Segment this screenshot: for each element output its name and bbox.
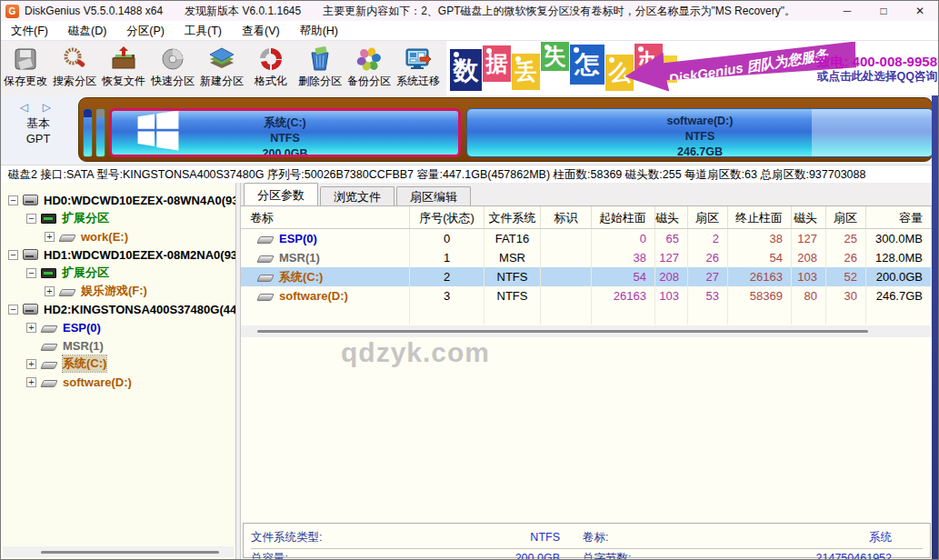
menu-item-磁盘D[interactable]: 磁盘(D) [58, 21, 116, 41]
end-head-cell: 80 [792, 286, 826, 305]
column-header-扇区[interactable]: 扇区 [688, 206, 728, 228]
menu-item-查看V[interactable]: 查看(V) [232, 21, 290, 41]
toolbar-button-保存更改[interactable]: 保存更改 [1, 41, 50, 95]
detail-row-文件系统类型: 文件系统类型:NTFS卷标:系统 [251, 529, 930, 546]
table-row-ESP(0)[interactable]: ESP(0)0FAT1606523812725300.0MB [241, 229, 932, 248]
expand-icon[interactable]: + [26, 359, 36, 369]
column-header-起始柱面[interactable]: 起始柱面 [592, 206, 655, 228]
toolbar-button-备份分区[interactable]: 备份分区 [345, 41, 394, 95]
column-header-序号(状态)[interactable]: 序号(状态) [410, 206, 484, 228]
maximize-button[interactable]: □ [865, 1, 902, 21]
toolbar-button-label: 保存更改 [1, 74, 50, 89]
collapse-icon[interactable]: − [8, 305, 18, 315]
tab-分区参数[interactable]: 分区参数 [244, 183, 318, 205]
collapse-icon[interactable]: − [8, 250, 18, 260]
table-hscroll-thumb[interactable] [257, 330, 868, 333]
table-row-MSR(1)[interactable]: MSR(1)1MSR38127265420826128.0MB [241, 248, 932, 267]
seq-cell: 2 [410, 267, 484, 286]
toolbar-button-快速分区[interactable]: 快速分区 [148, 41, 197, 95]
tree-item-label: 娱乐游戏(F:) [81, 283, 147, 299]
table-hscrollbar[interactable] [241, 325, 932, 337]
expand-icon[interactable]: + [26, 323, 36, 333]
start-head-cell: 65 [655, 229, 688, 248]
collapse-icon[interactable]: − [26, 268, 36, 278]
start-head-cell: 103 [655, 286, 688, 305]
partition-icon [256, 275, 275, 282]
tree-item-HD0-WDCWD10EZEX-08WN4A0-932G[interactable]: −HD0:WDCWD10EZEX-08WN4A0(932G [1, 191, 235, 209]
column-header-容量[interactable]: 容量 [866, 206, 932, 228]
slogan-tile-2: 据 [483, 45, 511, 82]
expand-icon[interactable]: + [45, 286, 55, 296]
close-button[interactable]: ✕ [902, 1, 938, 21]
tree-item-label: HD0:WDCWD10EZEX-08WN4A0(932G [44, 194, 235, 207]
phone-number: 致电: 400-008-9958 [816, 55, 937, 69]
toolbar-button-搜索分区[interactable]: 搜索分区 [50, 41, 99, 95]
tree-item-系统-C-[interactable]: +系统(C:) [1, 355, 235, 373]
toolbar-button-系统迁移[interactable]: 系统迁移 [394, 41, 443, 95]
start-cyl-cell: 38 [592, 248, 655, 267]
tree-item-扩展分区[interactable]: −扩展分区 [1, 264, 235, 282]
disk-prev-next-arrows[interactable]: ◁ ▷ [1, 101, 75, 114]
minimize-button[interactable]: ─ [829, 1, 865, 21]
column-header-终止柱面[interactable]: 终止柱面 [728, 206, 792, 228]
menu-item-文件F[interactable]: 文件(F) [1, 21, 58, 41]
partition-tree: −HD0:WDCWD10EZEX-08WN4A0(932G−扩展分区+work(… [1, 183, 235, 559]
tree-item-work-E-[interactable]: +work(E:) [1, 227, 235, 245]
tree-hscroll-thumb[interactable] [41, 551, 219, 554]
menu-item-工具T[interactable]: 工具(T) [175, 21, 232, 41]
tab-浏览文件[interactable]: 浏览文件 [320, 186, 395, 205]
toolbar-button-恢复文件[interactable]: 恢复文件 [99, 41, 148, 95]
table-empty-row [241, 305, 932, 325]
column-header-扇区[interactable]: 扇区 [826, 206, 866, 228]
promo-slogan: DiskGenius 团队为您服务 [668, 46, 829, 88]
small-partition-MSR[interactable] [95, 108, 105, 157]
menu-item-帮助H[interactable]: 帮助(H) [290, 21, 348, 41]
fs-cell: FAT16 [484, 229, 541, 248]
tab-扇区编辑[interactable]: 扇区编辑 [396, 186, 471, 205]
disk-partition-系统(C:)[interactable]: 系统(C:)NTFS200.0GB [109, 108, 461, 157]
tree-item-MSR-1-[interactable]: MSR(1) [1, 336, 235, 355]
tree-item-ESP-0-[interactable]: +ESP(0) [1, 318, 235, 336]
diskgenius-window: G DiskGenius V5.5.0.1488 x64 发现新版本 V6.0.… [0, 0, 939, 560]
qq-consult-link[interactable]: 或点击此处选择QQ咨询 [816, 69, 937, 84]
disk-graph-band: ◁ ▷ 基本 GPT 系统(C:)NTFS200.0GBsoftware(D:)… [1, 95, 938, 165]
tree-item-HD1-WDCWD10EZEX-08M2NA0-932G[interactable]: −HD1:WDCWD10EZEX-08M2NA0(932G [1, 245, 235, 264]
end-cyl-cell: 54 [728, 248, 792, 267]
tree-hscrollbar[interactable] [3, 546, 234, 557]
toolbar-button-新建分区[interactable]: 新建分区 [197, 41, 246, 95]
column-header-文件系统[interactable]: 文件系统 [484, 206, 541, 228]
collapse-icon[interactable]: − [8, 195, 18, 205]
table-row-software(D:)[interactable]: software(D:)3NTFS2616310353583698030246.… [241, 286, 932, 305]
tree-item-label: MSR(1) [63, 339, 104, 353]
extended-partition-icon [41, 268, 56, 278]
menu-bar: 文件(F)磁盘(D)分区(P)工具(T)查看(V)帮助(H) [1, 21, 938, 41]
toolbar-button-格式化[interactable]: 格式化 [246, 41, 295, 95]
column-header-磁头[interactable]: 磁头 [655, 206, 688, 228]
right-edge-scrollbar[interactable] [932, 95, 938, 559]
fs-cell: NTFS [484, 286, 541, 305]
toolbar-button-删除分区[interactable]: 删除分区 [295, 41, 345, 95]
end-cyl-cell: 26163 [728, 267, 792, 286]
table-row-系统(C:)[interactable]: 系统(C:)2NTFS54208272616310352200.0GB [241, 267, 932, 286]
partition-icon [58, 289, 76, 296]
column-header-标识[interactable]: 标识 [541, 206, 592, 228]
tree-item-software-D-[interactable]: +software(D:) [1, 373, 235, 391]
tree-item-娱乐游戏-F-[interactable]: +娱乐游戏(F:) [1, 282, 235, 300]
expand-icon[interactable]: + [26, 377, 36, 387]
small-partition-ESP[interactable] [83, 108, 93, 157]
tree-item-扩展分区[interactable]: −扩展分区 [1, 209, 235, 227]
main-area: −HD0:WDCWD10EZEX-08WN4A0(932G−扩展分区+work(… [1, 183, 938, 559]
tree-item-label: 扩展分区 [62, 265, 109, 281]
collapse-icon[interactable]: − [26, 214, 36, 224]
tree-item-HD2-KINGSTONSA400S37480G-447GB[interactable]: −HD2:KINGSTONSA400S37480G(447GB [1, 300, 235, 318]
promo-banner[interactable]: 数据丢失怎么办！ DiskGenius 团队为您服务 致电: 400-008-9… [446, 41, 939, 95]
msr-cap [96, 109, 105, 117]
menu-item-分区P[interactable]: 分区(P) [116, 21, 175, 41]
start-sec-cell: 53 [688, 286, 728, 305]
column-header-磁头[interactable]: 磁头 [792, 206, 826, 228]
id-cell [541, 286, 592, 305]
column-header-卷标[interactable]: 卷标 [241, 206, 410, 228]
disk-partition-software(D:)[interactable]: software(D:)NTFS246.7GB [466, 108, 934, 157]
toolbar-button-label: 系统迁移 [394, 74, 443, 89]
expand-icon[interactable]: + [45, 232, 55, 242]
